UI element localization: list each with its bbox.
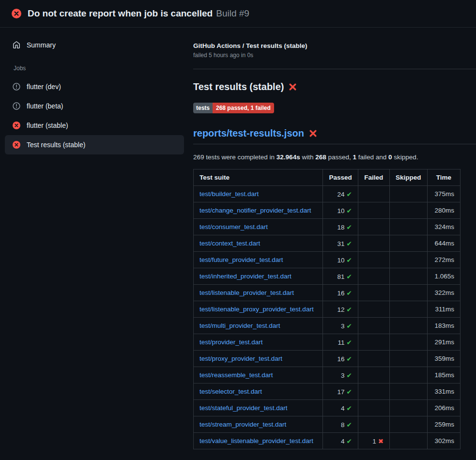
test-suite-link[interactable]: test/listenable_provider_test.dart [200, 289, 294, 296]
summary-duration: 32.964s [276, 153, 300, 161]
passed-count: 10 [337, 207, 344, 215]
test-suite-link[interactable]: test/selector_test.dart [200, 388, 262, 395]
table-row: test/value_listenable_provider_test.dart… [194, 433, 461, 449]
test-suite-link[interactable]: test/stream_provider_test.dart [200, 421, 286, 428]
summary-text: failed and [356, 153, 388, 161]
failed-x-icon [289, 83, 297, 91]
test-suite-link[interactable]: test/multi_provider_test.dart [200, 322, 280, 329]
table-row: test/provider_test.dart 11✔ ✖ 291ms [194, 334, 461, 351]
test-suite-link[interactable]: test/inherited_provider_test.dart [200, 273, 292, 280]
test-suite-link[interactable]: test/builder_test.dart [200, 190, 259, 198]
table-row: test/stateful_provider_test.dart 4✔ ✖ 20… [194, 400, 461, 416]
passed-count: 17 [337, 388, 344, 396]
test-suite-link[interactable]: test/proxy_provider_test.dart [200, 355, 282, 362]
sidebar-item-flutter-beta[interactable]: flutter (beta) [5, 96, 184, 116]
failed-count: 1 [372, 438, 376, 445]
test-suite-link[interactable]: test/reassemble_test.dart [200, 371, 273, 379]
table-row: test/listenable_provider_test.dart 16✔ ✖… [194, 285, 461, 301]
sidebar-job-label: flutter (stable) [27, 122, 68, 129]
check-icon: ✔ [346, 421, 352, 429]
test-suite-link[interactable]: test/consumer_test.dart [200, 223, 268, 230]
sidebar-item-flutter-dev[interactable]: flutter (dev) [5, 77, 184, 96]
summary-text: skipped. [392, 153, 418, 161]
col-header-passed: Passed [323, 169, 358, 186]
test-suite-link[interactable]: test/context_test.dart [200, 240, 260, 247]
x-icon: ✖ [378, 438, 384, 445]
breadcrumb: GitHub Actions / Test results (stable) [193, 42, 476, 49]
time-value: 359ms [434, 355, 454, 362]
summary-text: passed, [326, 153, 353, 161]
time-value: 324ms [434, 223, 454, 230]
sidebar-item-flutter-stable[interactable]: flutter (stable) [5, 116, 184, 135]
sidebar-job-label: flutter (dev) [27, 83, 61, 91]
test-suite-link[interactable]: test/listenable_proxy_provider_test.dart [200, 306, 314, 313]
col-header-test-suite: Test suite [194, 169, 323, 186]
time-value: 280ms [434, 207, 454, 214]
table-row: test/stream_provider_test.dart 8✔ ✖ 259m… [194, 416, 461, 433]
report-file-link[interactable]: reports/test-results.json [193, 128, 304, 139]
check-icon: ✔ [346, 240, 352, 247]
check-icon: ✔ [346, 191, 352, 198]
main-content: GitHub Actions / Test results (stable) f… [189, 28, 476, 460]
report-title-row: reports/test-results.json [193, 128, 476, 144]
time-value: 185ms [434, 371, 454, 379]
badge-label: tests [193, 103, 213, 113]
tests-badge: tests 268 passed, 1 failed [193, 103, 274, 113]
badge-value: 268 passed, 1 failed [213, 103, 274, 113]
test-suite-link[interactable]: test/value_listenable_provider_test.dart [200, 437, 313, 445]
neutral-status-icon [13, 83, 20, 91]
summary-passed-count: 268 [315, 153, 326, 161]
passed-count: 12 [337, 306, 344, 313]
table-row: test/consumer_test.dart 18✔ ✖ 324ms [194, 219, 461, 235]
failed-x-icon [309, 129, 317, 138]
summary-text: with [300, 153, 316, 161]
passed-count: 11 [338, 339, 344, 346]
build-header: Do not create report when job is cancell… [0, 0, 476, 28]
time-value: 259ms [434, 421, 454, 428]
run-status-line: failed 5 hours ago in 0s [193, 52, 476, 59]
table-header-row: Test suite Passed Failed Skipped Time [194, 169, 461, 186]
check-icon: ✔ [346, 306, 352, 313]
time-value: 291ms [434, 338, 454, 346]
test-suite-link[interactable]: test/stateful_provider_test.dart [200, 404, 288, 412]
failed-status-icon [13, 141, 20, 149]
sidebar-item-test-results-stable[interactable]: Test results (stable) [5, 135, 184, 154]
passed-count: 10 [337, 257, 344, 264]
table-row: test/change_notifier_provider_test.dart … [194, 202, 461, 219]
passed-count: 8 [341, 421, 345, 429]
check-icon: ✔ [346, 372, 352, 379]
header-divider [193, 69, 476, 69]
build-failed-status-icon [12, 9, 21, 18]
jobs-section-label: Jobs [0, 55, 189, 77]
test-suite-link[interactable]: test/change_notifier_provider_test.dart [200, 207, 311, 214]
table-row: test/multi_provider_test.dart 3✔ ✖ 183ms [194, 318, 461, 334]
col-header-failed: Failed [358, 169, 389, 186]
time-value: 206ms [434, 404, 454, 412]
table-row: test/future_provider_test.dart 10✔ ✖ 272… [194, 252, 461, 268]
passed-count: 3 [341, 372, 345, 379]
time-value: 272ms [434, 256, 454, 263]
table-row: test/proxy_provider_test.dart 16✔ ✖ 359m… [194, 351, 461, 367]
time-value: 1.065s [434, 273, 454, 280]
table-row: test/builder_test.dart 24✔ ✖ 375ms [194, 186, 461, 202]
check-icon: ✔ [346, 388, 352, 396]
summary-skipped-count: 0 [388, 153, 392, 161]
test-results-table: Test suite Passed Failed Skipped Time te… [193, 169, 461, 449]
time-value: 183ms [434, 322, 454, 329]
time-value: 331ms [434, 388, 454, 395]
passed-count: 4 [341, 438, 345, 445]
col-header-skipped: Skipped [389, 169, 427, 186]
test-suite-link[interactable]: test/future_provider_test.dart [200, 256, 283, 263]
summary-text: 269 tests were completed in [193, 153, 276, 161]
time-value: 375ms [434, 190, 454, 198]
table-row: test/context_test.dart 31✔ ✖ 644ms [194, 235, 461, 252]
test-table-body: test/builder_test.dart 24✔ ✖ 375ms test/… [194, 186, 461, 449]
test-suite-link[interactable]: test/provider_test.dart [200, 338, 263, 346]
check-icon: ✔ [346, 224, 352, 231]
check-icon: ✔ [346, 257, 352, 264]
sidebar-job-label: Test results (stable) [27, 141, 85, 149]
test-summary-line: 269 tests were completed in 32.964s with… [193, 153, 476, 161]
sidebar-item-summary[interactable]: Summary [5, 35, 184, 55]
time-value: 311ms [435, 306, 454, 313]
check-icon: ✔ [346, 207, 352, 215]
